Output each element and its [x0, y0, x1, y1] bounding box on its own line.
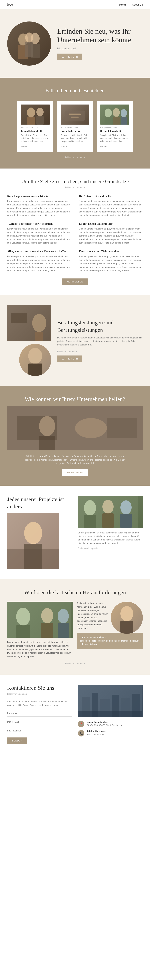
- svg-point-17: [121, 109, 127, 117]
- heraus-right-illustration: [111, 601, 143, 634]
- phone-icon: 📞: [78, 730, 84, 737]
- kontakt-name-input[interactable]: [7, 710, 72, 717]
- mehr-lesen-button[interactable]: MEHR LESEN: [62, 278, 88, 285]
- svg-rect-58: [78, 711, 142, 717]
- projekte-image: [7, 513, 59, 569]
- hero-image: [7, 21, 51, 65]
- kontakt-phone-item: 📞 Telefon Hausmann +49 123 456 7 890: [78, 730, 143, 737]
- svg-point-38: [103, 500, 114, 514]
- svg-point-15: [113, 108, 120, 117]
- projekte-illustration: [7, 513, 59, 569]
- card-2-text: Sample text. Click to edit. Dui aute iru…: [61, 134, 89, 143]
- location-icon: 📍: [78, 721, 84, 727]
- principle-5-text: Eum voluptate repudiandae quo, voluptas …: [7, 255, 71, 272]
- hero-section: Erfinden Sie neu, was Ihr Unternehmen se…: [0, 10, 150, 78]
- principle-4-title: Es gibt keinen Platz für iger: [79, 222, 143, 226]
- projekte-credit: Bilder von Unsplash: [78, 547, 143, 549]
- nav-links: Home About Us: [119, 3, 143, 6]
- svg-rect-50: [120, 621, 133, 634]
- nav-about[interactable]: About Us: [132, 3, 143, 6]
- svg-rect-37: [84, 515, 96, 528]
- projekte-left: Jedes unserer Projekte ist anders: [7, 496, 72, 570]
- principle-3: "Genius" sollte nicht "beri" bedeuten Eu…: [7, 222, 71, 245]
- svg-rect-39: [103, 513, 114, 528]
- logo[interactable]: logo: [7, 3, 13, 6]
- card-3-label: Beispielbilberschrift: [100, 127, 129, 129]
- kontakt-address-item: 📍 Unser Bürostandort Straße 123, 45678 S…: [78, 721, 143, 727]
- kontakt-send-button[interactable]: SENDEN: [7, 737, 27, 744]
- svg-rect-14: [104, 117, 112, 124]
- principle-5: Alles, was wir tun, muss einen Mehrwert …: [7, 250, 71, 272]
- principle-2: Die Antwort ist die dieselbe. Eum volupt…: [79, 195, 143, 217]
- card-1-illustration: [21, 105, 49, 124]
- svg-point-47: [58, 609, 69, 623]
- beratung-text: Duis aute irure dolor in reprehenderit i…: [57, 336, 143, 347]
- svg-rect-30: [39, 436, 55, 450]
- projekte-text: Lorem ipsum dolor sit amet, consectetur …: [78, 531, 143, 545]
- grundsatze-section: Um Ihre Ziele zu erreichen, sind unsere …: [0, 169, 150, 295]
- kontakt-phone-label: Telefon Hausmann: [87, 730, 106, 732]
- svg-point-29: [39, 416, 55, 436]
- card-1-more[interactable]: MEHR: [21, 145, 28, 148]
- fallstudien-card-2: Beispielbilberschrift Beispielbilberschr…: [57, 101, 93, 152]
- kontakt-inner: Kontaktieren Sie uns Bilder von Unsplash…: [7, 685, 143, 744]
- fallstudien-cards: Beispielbilberschrift Beispielbilberschr…: [7, 101, 143, 152]
- principles-grid: Ratschläge müssen umstesetzt sein Eum vo…: [7, 195, 143, 272]
- kontakt-address-label: Unser Bürostandort: [87, 721, 124, 723]
- projekte-section: Jedes unserer Projekte ist anders Lorem …: [0, 486, 150, 579]
- card-3-text: Sample text. Click to edit. Dui aute iru…: [100, 134, 129, 143]
- projekte-title: Jedes unserer Projekte ist anders: [7, 496, 72, 511]
- beratung-section: Beratungsleistungen sind Beratungsleistu…: [0, 295, 150, 386]
- beratung-image-large: [7, 305, 51, 341]
- principle-5-title: Alles, was wir tun, muss einen Mehrwert …: [7, 250, 71, 253]
- office-illustration: [7, 305, 51, 341]
- svg-point-21: [32, 314, 46, 332]
- herausforderungen-image-right: [111, 601, 143, 634]
- principle-4: Es gibt keinen Platz für iger Eum volupt…: [79, 222, 143, 245]
- helfen-text: Wir bieten unseren Kunden die am häufigs…: [23, 455, 127, 465]
- projekte-right: Lorem ipsum dolor sit amet, consectetur …: [78, 496, 143, 549]
- svg-point-36: [84, 500, 96, 515]
- grundsatze-credit: Bilder von Unsplash: [7, 186, 143, 189]
- hero-people-illustration: [7, 21, 51, 65]
- principle-1-title: Ratschläge müssen umstesetzt sein: [7, 195, 71, 198]
- kontakt-image: [78, 685, 143, 717]
- projekte-right-illustration: [78, 496, 138, 528]
- helfen-image: [7, 406, 143, 450]
- card-image-1: [21, 105, 50, 124]
- helfen-btn[interactable]: MEHR LESEN: [62, 469, 88, 476]
- svg-rect-44: [16, 625, 30, 638]
- hero-subtitle: Bild von Unsplash: [57, 47, 143, 50]
- projekte-image-right: [78, 496, 143, 528]
- card-3-more[interactable]: MEHR: [100, 145, 107, 148]
- nav-home[interactable]: Home: [119, 3, 126, 6]
- svg-point-45: [41, 608, 53, 623]
- kontakt-email-input[interactable]: [7, 719, 72, 725]
- hero-cta-button[interactable]: LERNE MEHR: [57, 54, 82, 60]
- kontakt-message-input[interactable]: [7, 728, 72, 734]
- svg-point-13: [104, 108, 112, 117]
- svg-rect-10: [65, 111, 85, 121]
- herausforderungen-left-text: Lorem ipsum dolor sit amet, consectetur …: [7, 641, 73, 658]
- principle-2-title: Die Antwort ist die dieselbe.: [79, 195, 143, 198]
- hero-title: Erfinden Sie neu, was Ihr Unternehmen se…: [57, 27, 143, 45]
- card-2-more[interactable]: MEHR: [61, 145, 67, 148]
- hero-image-inner: [7, 21, 51, 65]
- card-image-3: [100, 105, 129, 124]
- principle-6-title: Erwartungen und Ziele verwalten: [79, 250, 143, 253]
- svg-point-27: [75, 418, 107, 438]
- beratung-cta-button[interactable]: LERNE MEHR: [57, 355, 82, 362]
- card-image-2: [61, 105, 89, 124]
- helfen-title: Wie können wir Ihrem Unternehmen helfen?: [7, 396, 143, 402]
- svg-rect-5: [25, 42, 33, 57]
- fallstudien-credit: Bilder von Unsplash: [7, 156, 143, 159]
- kontakt-info-list: 📍 Unser Bürostandort Straße 123, 45678 S…: [78, 721, 143, 737]
- svg-rect-12: [71, 116, 79, 118]
- heraus-illustration: [7, 601, 71, 638]
- kontakt-form-description: Vestibulum ante ipsum primis in faucibus…: [7, 700, 72, 707]
- svg-point-23: [28, 348, 42, 364]
- principle-2-text: Eum voluptate repudiandae quo, voluptas …: [79, 199, 143, 217]
- svg-rect-46: [41, 623, 53, 638]
- svg-rect-48: [58, 623, 69, 638]
- kontakt-section: Kontaktieren Sie uns Bilder von Unsplash…: [0, 675, 150, 754]
